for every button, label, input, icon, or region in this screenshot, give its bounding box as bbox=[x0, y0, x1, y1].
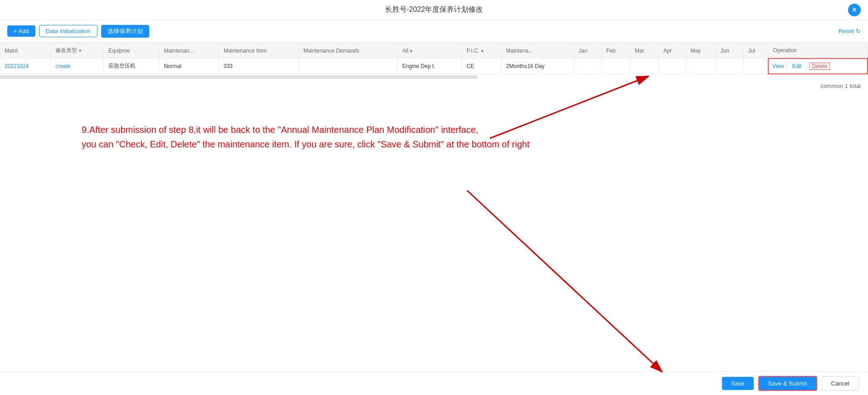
col-maintenance-item: Maintenance Item bbox=[219, 43, 298, 59]
col-mar: Mar bbox=[630, 43, 658, 59]
close-button[interactable]: × bbox=[848, 4, 861, 16]
cell-maint: 20221024 bbox=[0, 59, 51, 74]
cell-may bbox=[686, 59, 716, 74]
col-modify-type[interactable]: 修改类型 bbox=[51, 43, 104, 59]
delete-link[interactable]: Delete bbox=[809, 63, 830, 70]
save-submit-button[interactable]: Save & Submit bbox=[758, 376, 817, 391]
bottom-bar: Save Save & Submit Cancel bbox=[0, 371, 868, 395]
cell-maintenance-item: 333 bbox=[219, 59, 298, 74]
col-may: May bbox=[686, 43, 716, 59]
col-apr: Apr bbox=[658, 43, 686, 59]
cell-modify-type: create bbox=[51, 59, 104, 74]
svg-line-2 bbox=[467, 190, 662, 372]
cell-maintena: 2Month±16 Day bbox=[502, 59, 574, 74]
cell-apr bbox=[658, 59, 686, 74]
instruction-line2: you can "Check, Edit, Delete" the mainte… bbox=[82, 137, 530, 151]
instruction-block: 9.After submission of step 8,it will be … bbox=[82, 122, 530, 151]
cell-jan bbox=[574, 59, 601, 74]
table-row: 20221024 create 应急空压机 Normal 333 Engine … bbox=[0, 59, 868, 74]
pic-dropdown-icon bbox=[481, 48, 483, 54]
view-link[interactable]: View bbox=[772, 63, 784, 69]
reset-icon: ↻ bbox=[856, 28, 861, 34]
edit-link[interactable]: Edit bbox=[792, 63, 802, 69]
total-count: common 1 total bbox=[0, 80, 868, 92]
col-jun: Jun bbox=[716, 43, 743, 59]
horizontal-scrollbar[interactable] bbox=[0, 75, 478, 79]
col-maint: Maint bbox=[0, 43, 51, 59]
cell-maintenance-normal: Normal bbox=[159, 59, 219, 74]
cell-equipment: 应急空压机 bbox=[104, 59, 159, 74]
cell-mar bbox=[630, 59, 658, 74]
add-button[interactable]: + Add bbox=[7, 25, 35, 37]
select-plan-button[interactable]: 选择保养计划 bbox=[101, 25, 149, 38]
maintenance-table: Maint 修改类型 Equipme Maintenan... Maintena… bbox=[0, 43, 868, 74]
toolbar: + Add Data Initialization 选择保养计划 Reset ↻ bbox=[0, 20, 868, 43]
reset-button[interactable]: Reset ↻ bbox=[839, 28, 861, 34]
cancel-button[interactable]: Cancel bbox=[822, 376, 859, 390]
col-equipment: Equipme bbox=[104, 43, 159, 59]
col-all[interactable]: All bbox=[398, 43, 462, 59]
col-maintenance: Maintenan... bbox=[159, 43, 219, 59]
modify-type-dropdown-icon bbox=[79, 47, 81, 54]
col-feb: Feb bbox=[601, 43, 630, 59]
cell-feb bbox=[601, 59, 630, 74]
all-dropdown-icon bbox=[410, 48, 412, 54]
table-header-row: Maint 修改类型 Equipme Maintenan... Maintena… bbox=[0, 43, 868, 59]
cell-operation: View | Edit | Delete bbox=[768, 59, 868, 74]
cell-jul bbox=[743, 59, 768, 74]
main-table-wrapper: Maint 修改类型 Equipme Maintenan... Maintena… bbox=[0, 43, 868, 80]
cell-jun bbox=[716, 59, 743, 74]
page-header: 长胜号-2022年度保养计划修改 × bbox=[0, 0, 868, 20]
col-operation: Operation bbox=[768, 43, 868, 59]
save-button[interactable]: Save bbox=[722, 377, 754, 390]
col-jul: Jul bbox=[743, 43, 768, 59]
data-initialization-button[interactable]: Data Initialization bbox=[39, 25, 98, 37]
col-maintena: Maintena... bbox=[502, 43, 574, 59]
instruction-line1: 9.After submission of step 8,it will be … bbox=[82, 122, 530, 137]
page-title: 长胜号-2022年度保养计划修改 bbox=[385, 5, 483, 15]
cell-maintenance-demands bbox=[298, 59, 397, 74]
col-jan: Jan bbox=[574, 43, 601, 59]
col-pic[interactable]: P.I.C. bbox=[462, 43, 501, 59]
col-maintenance-demands: Maintenance Demands bbox=[298, 43, 397, 59]
cell-pic: CE bbox=[462, 59, 501, 74]
cell-all: Engine Dep t. bbox=[398, 59, 462, 74]
